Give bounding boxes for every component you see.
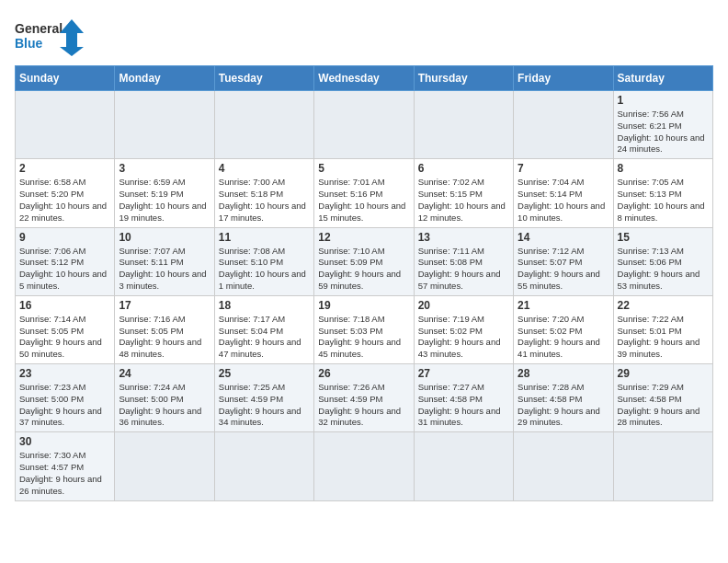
calendar-body: 1Sunrise: 7:56 AM Sunset: 6:21 PM Daylig… [16,91,713,501]
calendar-cell: 22Sunrise: 7:22 AM Sunset: 5:01 PM Dayli… [613,295,712,363]
calendar-cell: 28Sunrise: 7:28 AM Sunset: 4:58 PM Dayli… [514,364,613,432]
day-info: Sunrise: 7:02 AM Sunset: 5:15 PM Dayligh… [418,177,509,224]
day-number: 4 [219,162,310,175]
day-info: Sunrise: 7:22 AM Sunset: 5:01 PM Dayligh… [618,314,709,361]
calendar-cell: 5Sunrise: 7:01 AM Sunset: 5:16 PM Daylig… [314,159,414,227]
calendar-cell: 18Sunrise: 7:17 AM Sunset: 5:04 PM Dayli… [214,295,313,363]
day-info: Sunrise: 7:05 AM Sunset: 5:13 PM Dayligh… [618,177,709,224]
weekday-header-friday: Friday [514,66,613,91]
day-number: 20 [418,299,509,312]
day-info: Sunrise: 7:29 AM Sunset: 4:58 PM Dayligh… [618,382,709,429]
calendar-cell: 25Sunrise: 7:25 AM Sunset: 4:59 PM Dayli… [214,364,313,432]
calendar-cell [414,91,513,159]
day-number: 18 [219,299,310,312]
calendar-cell: 6Sunrise: 7:02 AM Sunset: 5:15 PM Daylig… [414,159,513,227]
day-info: Sunrise: 7:23 AM Sunset: 5:00 PM Dayligh… [19,382,110,429]
day-info: Sunrise: 7:30 AM Sunset: 4:57 PM Dayligh… [19,450,110,497]
calendar-cell: 16Sunrise: 7:14 AM Sunset: 5:05 PM Dayli… [16,295,115,363]
day-number: 22 [618,299,709,312]
calendar-cell: 23Sunrise: 7:23 AM Sunset: 5:00 PM Dayli… [16,364,115,432]
calendar-cell: 29Sunrise: 7:29 AM Sunset: 4:58 PM Dayli… [613,364,712,432]
day-info: Sunrise: 7:14 AM Sunset: 5:05 PM Dayligh… [19,314,110,361]
day-info: Sunrise: 7:08 AM Sunset: 5:10 PM Dayligh… [219,246,310,293]
day-info: Sunrise: 7:13 AM Sunset: 5:06 PM Dayligh… [618,246,709,293]
weekday-header-monday: Monday [115,66,214,91]
day-number: 11 [219,231,310,244]
day-info: Sunrise: 7:12 AM Sunset: 5:07 PM Dayligh… [518,246,609,293]
day-number: 29 [618,367,709,380]
day-number: 7 [518,162,609,175]
calendar-cell: 4Sunrise: 7:00 AM Sunset: 5:18 PM Daylig… [214,159,313,227]
svg-text:Blue: Blue [15,36,43,51]
calendar-cell: 3Sunrise: 6:59 AM Sunset: 5:19 PM Daylig… [115,159,214,227]
day-info: Sunrise: 6:59 AM Sunset: 5:19 PM Dayligh… [119,177,210,224]
day-info: Sunrise: 7:00 AM Sunset: 5:18 PM Dayligh… [219,177,310,224]
day-info: Sunrise: 7:16 AM Sunset: 5:05 PM Dayligh… [119,314,210,361]
calendar-cell: 24Sunrise: 7:24 AM Sunset: 5:00 PM Dayli… [115,364,214,432]
day-number: 5 [318,162,409,175]
day-number: 17 [119,299,210,312]
day-number: 14 [518,231,609,244]
day-info: Sunrise: 7:10 AM Sunset: 5:09 PM Dayligh… [318,246,409,293]
day-info: Sunrise: 7:19 AM Sunset: 5:02 PM Dayligh… [418,314,509,361]
weekday-header-saturday: Saturday [613,66,712,91]
day-info: Sunrise: 7:06 AM Sunset: 5:12 PM Dayligh… [19,246,110,293]
calendar-cell [214,432,313,500]
calendar-cell [514,91,613,159]
weekday-header-sunday: Sunday [16,66,115,91]
calendar-cell: 20Sunrise: 7:19 AM Sunset: 5:02 PM Dayli… [414,295,513,363]
calendar-cell: 13Sunrise: 7:11 AM Sunset: 5:08 PM Dayli… [414,227,513,295]
calendar-cell [115,432,214,500]
day-number: 24 [119,367,210,380]
calendar-cell: 12Sunrise: 7:10 AM Sunset: 5:09 PM Dayli… [314,227,414,295]
day-info: Sunrise: 7:24 AM Sunset: 5:00 PM Dayligh… [119,382,210,429]
day-info: Sunrise: 7:04 AM Sunset: 5:14 PM Dayligh… [518,177,609,224]
day-number: 30 [19,435,110,448]
day-info: Sunrise: 7:07 AM Sunset: 5:11 PM Dayligh… [119,246,210,293]
calendar-header-row: SundayMondayTuesdayWednesdayThursdayFrid… [16,66,713,91]
calendar-cell: 2Sunrise: 6:58 AM Sunset: 5:20 PM Daylig… [16,159,115,227]
day-number: 28 [518,367,609,380]
calendar-cell: 7Sunrise: 7:04 AM Sunset: 5:14 PM Daylig… [514,159,613,227]
weekday-header-tuesday: Tuesday [214,66,313,91]
calendar-cell: 15Sunrise: 7:13 AM Sunset: 5:06 PM Dayli… [613,227,712,295]
calendar-cell: 14Sunrise: 7:12 AM Sunset: 5:07 PM Dayli… [514,227,613,295]
weekday-header-wednesday: Wednesday [314,66,414,91]
day-number: 3 [119,162,210,175]
calendar-cell [16,91,115,159]
day-info: Sunrise: 7:11 AM Sunset: 5:08 PM Dayligh… [418,246,509,293]
day-info: Sunrise: 6:58 AM Sunset: 5:20 PM Dayligh… [19,177,110,224]
calendar-table: SundayMondayTuesdayWednesdayThursdayFrid… [15,65,713,501]
weekday-header-thursday: Thursday [414,66,513,91]
generalblue-logo-icon: GeneralBlue [15,15,88,56]
day-number: 1 [618,94,709,107]
day-number: 6 [418,162,509,175]
calendar-cell: 21Sunrise: 7:20 AM Sunset: 5:02 PM Dayli… [514,295,613,363]
calendar-header: GeneralBlue [15,15,713,56]
day-number: 27 [418,367,509,380]
calendar-cell [514,432,613,500]
day-info: Sunrise: 7:01 AM Sunset: 5:16 PM Dayligh… [318,177,409,224]
day-number: 26 [318,367,409,380]
day-info: Sunrise: 7:17 AM Sunset: 5:04 PM Dayligh… [219,314,310,361]
calendar-cell [314,91,414,159]
day-number: 25 [219,367,310,380]
day-number: 9 [19,231,110,244]
calendar-cell: 9Sunrise: 7:06 AM Sunset: 5:12 PM Daylig… [16,227,115,295]
calendar-cell: 27Sunrise: 7:27 AM Sunset: 4:58 PM Dayli… [414,364,513,432]
day-info: Sunrise: 7:28 AM Sunset: 4:58 PM Dayligh… [518,382,609,429]
day-number: 16 [19,299,110,312]
day-info: Sunrise: 7:25 AM Sunset: 4:59 PM Dayligh… [219,382,310,429]
calendar-cell [115,91,214,159]
calendar-cell: 17Sunrise: 7:16 AM Sunset: 5:05 PM Dayli… [115,295,214,363]
calendar-cell [414,432,513,500]
day-info: Sunrise: 7:18 AM Sunset: 5:03 PM Dayligh… [318,314,409,361]
svg-text:General: General [15,21,63,36]
calendar-cell: 1Sunrise: 7:56 AM Sunset: 6:21 PM Daylig… [613,91,712,159]
day-number: 13 [418,231,509,244]
calendar-cell: 30Sunrise: 7:30 AM Sunset: 4:57 PM Dayli… [16,432,115,500]
day-number: 8 [618,162,709,175]
day-number: 21 [518,299,609,312]
day-number: 10 [119,231,210,244]
calendar-cell [214,91,313,159]
